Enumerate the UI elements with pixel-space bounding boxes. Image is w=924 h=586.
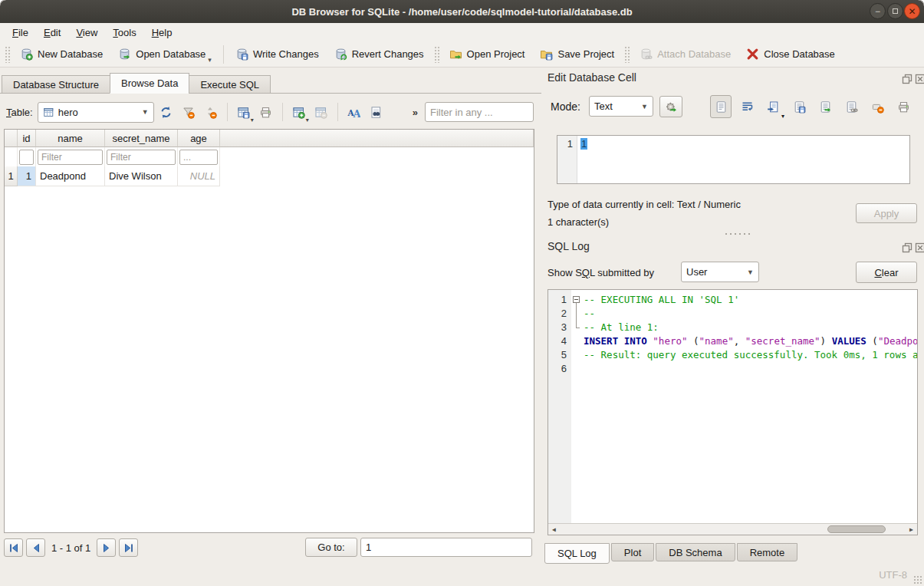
sql-token: ( <box>687 335 699 347</box>
previous-record-button[interactable] <box>26 538 45 557</box>
cell-age[interactable]: NULL <box>178 166 220 186</box>
table-select[interactable]: hero ▼ <box>38 102 154 123</box>
menu-tools[interactable]: Tools <box>105 25 143 40</box>
cell-editor[interactable]: 1 1 <box>557 135 910 184</box>
cell-editor-content[interactable]: 1 <box>577 136 587 183</box>
row-number[interactable]: 1 <box>5 166 18 186</box>
cell-name[interactable]: Deadpond <box>36 166 105 186</box>
splitter-handle[interactable] <box>724 232 751 235</box>
pane-float-icon[interactable] <box>902 74 912 84</box>
horizontal-scrollbar[interactable]: ◀ ▶ <box>548 523 917 535</box>
dock-tab-sql-log[interactable]: SQL Log <box>544 543 610 564</box>
save-project-button[interactable]: Save Project <box>532 44 622 65</box>
fold-collapse-icon[interactable] <box>573 296 580 303</box>
set-null-button[interactable] <box>866 95 888 118</box>
chevron-down-icon[interactable]: ▾ <box>208 56 212 64</box>
font-format-button[interactable]: AA <box>344 102 364 123</box>
pane-float-icon[interactable] <box>902 242 912 253</box>
refresh-button[interactable] <box>156 102 176 123</box>
tab-database-structure[interactable]: Database Structure <box>2 75 110 94</box>
new-database-button[interactable]: New Database <box>12 44 110 65</box>
open-database-button[interactable]: Open Database▾ <box>110 44 219 65</box>
menu-edit[interactable]: Edit <box>36 25 68 40</box>
table-row: 11DeadpondDive WilsonNULL <box>5 166 534 186</box>
print-button[interactable] <box>893 95 914 118</box>
word-wrap-button[interactable] <box>736 95 758 118</box>
resize-grip[interactable] <box>913 575 922 584</box>
apply-button[interactable]: Apply <box>856 203 917 223</box>
sql-token: "name" <box>699 335 734 347</box>
export-file-button[interactable] <box>814 95 836 118</box>
filter-input-id[interactable] <box>19 150 34 165</box>
tab-browse-data[interactable]: Browse Data <box>110 73 189 94</box>
scrollbar-thumb[interactable] <box>827 525 886 533</box>
chevron-down-icon[interactable]: ▾ <box>251 117 254 123</box>
next-record-button[interactable] <box>97 538 116 557</box>
save-table-button[interactable]: ▾ <box>234 102 254 123</box>
sql-line-number: 2 <box>548 307 567 321</box>
write-changes-button[interactable]: Write Changes <box>228 44 327 65</box>
maximize-button[interactable] <box>887 3 903 19</box>
clear-log-button[interactable]: Clear <box>856 262 917 283</box>
clear-filters-button[interactable] <box>179 102 199 123</box>
close-button[interactable]: ✕ <box>904 3 920 19</box>
toolbar-button-label: Open Database <box>136 48 206 60</box>
filter-input-age[interactable] <box>179 150 218 165</box>
revert-changes-button[interactable]: Revert Changes <box>327 44 432 65</box>
toolbar-handle[interactable] <box>624 46 630 63</box>
open-project-button[interactable]: Open Project <box>442 44 533 65</box>
sql-line-number: 6 <box>548 362 567 376</box>
dock-tab-db-schema[interactable]: DB Schema <box>656 543 735 561</box>
clear-sorting-button[interactable] <box>201 102 221 123</box>
titlebar[interactable]: DB Browser for SQLite - /home/user/code/… <box>0 0 924 23</box>
goto-button[interactable]: Go to: <box>305 538 357 557</box>
attach-database-button: Attach Database <box>632 44 738 65</box>
find-button[interactable] <box>367 102 386 123</box>
scroll-right-icon[interactable]: ▶ <box>906 524 917 535</box>
close-database-button[interactable]: Close Database <box>738 44 843 65</box>
maximize-icon <box>893 8 898 14</box>
filter-input-secret_name[interactable] <box>107 150 176 165</box>
dock-tab-plot[interactable]: Plot <box>611 543 654 561</box>
chevron-down-icon[interactable]: ▾ <box>781 113 784 120</box>
save-file-button[interactable] <box>788 95 810 118</box>
menu-file[interactable]: File <box>5 25 36 40</box>
toolbar-handle[interactable] <box>434 46 439 63</box>
menu-view[interactable]: View <box>68 25 105 40</box>
pane-close-icon[interactable] <box>915 74 924 84</box>
minimize-button[interactable]: − <box>870 3 886 19</box>
sql-line-number: 1 <box>548 293 567 307</box>
filter-input-name[interactable] <box>38 150 103 165</box>
column-header-age[interactable]: age <box>178 130 220 147</box>
text-mode-button[interactable] <box>710 95 732 118</box>
sql-log-filter-select[interactable]: User ▼ <box>681 262 759 282</box>
toolbar-handle[interactable] <box>5 46 10 63</box>
goto-input[interactable] <box>360 538 532 557</box>
sql-fold-margin[interactable] <box>571 290 582 523</box>
column-header-name[interactable]: name <box>36 130 105 147</box>
column-header-secret_name[interactable]: secret_name <box>105 130 178 147</box>
pane-close-icon[interactable] <box>915 242 924 253</box>
first-record-button[interactable] <box>4 538 23 557</box>
import-file-button[interactable]: ▾ <box>762 95 784 118</box>
chevron-down-icon[interactable]: ▾ <box>306 117 309 123</box>
new-record-button[interactable]: ▾ <box>289 102 309 123</box>
filter-any-input[interactable] <box>425 102 534 122</box>
scroll-left-icon[interactable]: ◀ <box>548 524 560 535</box>
sql-log-editor[interactable]: 123456 -- EXECUTING ALL IN 'SQL 1'---- A… <box>547 289 918 535</box>
mode-select[interactable]: Text ▼ <box>589 96 653 117</box>
menubar: FileEditViewToolsHelp <box>0 23 924 41</box>
menu-help[interactable]: Help <box>144 25 180 40</box>
auto-apply-button[interactable] <box>659 96 682 117</box>
dock-tab-remote[interactable]: Remote <box>737 543 798 561</box>
print-button[interactable] <box>256 102 276 123</box>
last-record-button[interactable] <box>119 538 138 557</box>
cell-secret_name[interactable]: Dive Wilson <box>105 166 178 186</box>
column-header-id[interactable]: id <box>18 130 36 147</box>
cell-id[interactable]: 1 <box>18 166 36 186</box>
link-data-button[interactable] <box>840 95 862 118</box>
open-project-icon <box>449 48 462 61</box>
chevron-down-icon: ▼ <box>747 268 754 276</box>
toolbar-overflow-icon[interactable]: » <box>413 107 418 118</box>
tab-execute-sql[interactable]: Execute SQL <box>189 75 271 94</box>
